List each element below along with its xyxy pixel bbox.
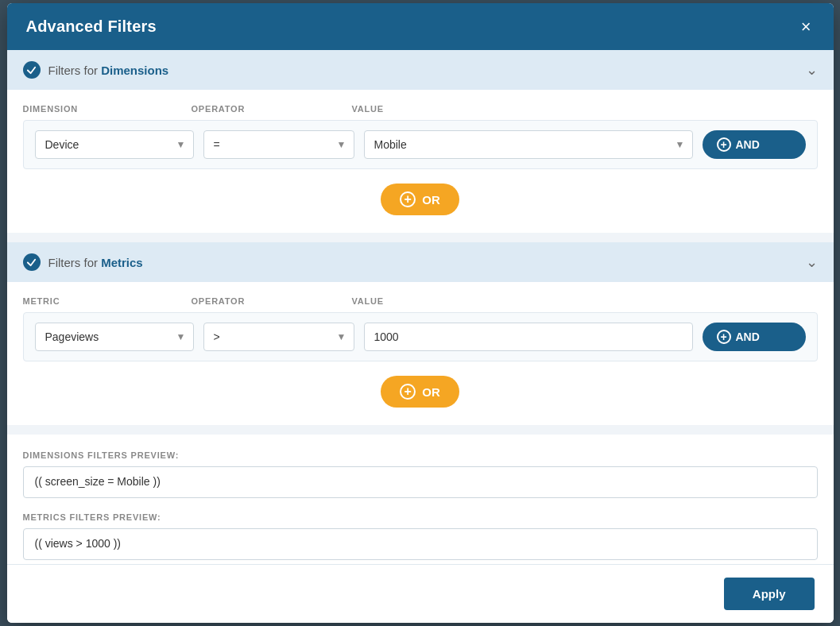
dimensions-section: Filters for Dimensions ⌄ DIMENSION OPERA… <box>7 50 834 233</box>
modal-overlay: Advanced Filters × Filters for Dimension… <box>0 0 840 626</box>
metric-and-label: AND <box>736 330 760 343</box>
metric-operator-col-label: OPERATOR <box>192 296 343 306</box>
metric-select-wrap: Pageviews Sessions Users Bounce Rate ▼ <box>35 323 194 351</box>
dimension-and-plus-icon: + <box>717 137 731 152</box>
metrics-section-body: METRIC OPERATOR VALUE Pageviews Sessions… <box>7 282 834 425</box>
preview-section: DIMENSIONS FILTERS PREVIEW: (( screen_si… <box>7 435 834 564</box>
metric-filter-row: Pageviews Sessions Users Bounce Rate ▼ >… <box>23 312 818 361</box>
dimension-or-button[interactable]: + OR <box>381 184 459 215</box>
dimensions-check-icon <box>23 61 41 79</box>
metrics-header-left: Filters for Metrics <box>23 253 143 271</box>
modal-title: Advanced Filters <box>26 17 157 36</box>
dimension-action-col-label <box>714 104 818 114</box>
metric-operator-select[interactable]: > < >= <= = != <box>203 323 354 351</box>
dimension-operator-select-wrap: = != contains not contains ▼ <box>203 130 354 159</box>
metrics-check-icon <box>23 253 41 271</box>
dimensions-preview-box: (( screen_size = Mobile )) <box>23 466 818 498</box>
metric-col-label: METRIC <box>23 296 182 306</box>
dimension-select-wrap: Device Browser OS Country City ▼ <box>35 130 194 159</box>
metrics-section-header[interactable]: Filters for Metrics ⌄ <box>7 242 834 282</box>
dimension-or-label: OR <box>422 193 440 207</box>
metric-select[interactable]: Pageviews Sessions Users Bounce Rate <box>35 323 194 351</box>
modal-footer: Apply <box>7 564 834 623</box>
metric-or-label: OR <box>422 385 440 399</box>
dimensions-section-body: DIMENSION OPERATOR VALUE Device Browser … <box>7 90 834 233</box>
dimensions-chevron-icon: ⌄ <box>806 61 818 79</box>
metric-operator-select-wrap: > < >= <= = != ▼ <box>203 323 354 351</box>
dimension-operator-select[interactable]: = != contains not contains <box>203 130 354 159</box>
modal-header: Advanced Filters × <box>7 3 834 50</box>
metric-or-row: + OR <box>23 361 818 417</box>
dimension-operator-col-label: OPERATOR <box>192 104 343 114</box>
dimension-and-button[interactable]: + AND <box>703 130 806 159</box>
dimensions-col-labels: DIMENSION OPERATOR VALUE <box>23 104 818 114</box>
metrics-section: Filters for Metrics ⌄ METRIC OPERATOR VA… <box>7 242 834 425</box>
metrics-chevron-icon: ⌄ <box>806 253 818 271</box>
dimension-and-label: AND <box>736 138 760 151</box>
dimension-value-select[interactable]: Mobile Desktop Tablet <box>364 130 693 159</box>
dimensions-section-title: Filters for Dimensions <box>48 64 169 77</box>
apply-button[interactable]: Apply <box>724 578 815 610</box>
dimensions-section-header[interactable]: Filters for Dimensions ⌄ <box>7 50 834 90</box>
metric-or-plus-icon: + <box>400 384 416 400</box>
modal-body: Filters for Dimensions ⌄ DIMENSION OPERA… <box>7 50 834 564</box>
advanced-filters-modal: Advanced Filters × Filters for Dimension… <box>7 3 834 623</box>
metric-action-col-label <box>714 296 818 306</box>
dimension-col-label: DIMENSION <box>23 104 182 114</box>
metrics-col-labels: METRIC OPERATOR VALUE <box>23 296 818 306</box>
dimension-value-col-label: VALUE <box>352 104 705 114</box>
close-button[interactable]: × <box>798 18 815 36</box>
metrics-preview-box: (( views > 1000 )) <box>23 528 818 560</box>
dimension-or-plus-icon: + <box>400 191 416 207</box>
dimension-select[interactable]: Device Browser OS Country City <box>35 130 194 159</box>
metric-value-input[interactable] <box>364 323 693 351</box>
dimension-filter-row: Device Browser OS Country City ▼ = <box>23 120 818 169</box>
metrics-preview-label: METRICS FILTERS PREVIEW: <box>23 512 818 522</box>
dimensions-preview-label: DIMENSIONS FILTERS PREVIEW: <box>23 450 818 460</box>
dimension-value-select-wrap: Mobile Desktop Tablet ▼ <box>364 130 693 159</box>
dimensions-header-left: Filters for Dimensions <box>23 61 169 79</box>
metric-value-col-label: VALUE <box>352 296 705 306</box>
metric-and-plus-icon: + <box>717 330 731 344</box>
metrics-section-title: Filters for Metrics <box>48 256 143 269</box>
metric-or-button[interactable]: + OR <box>381 376 459 408</box>
dimension-or-row: + OR <box>23 169 818 225</box>
metric-and-button[interactable]: + AND <box>703 323 806 351</box>
